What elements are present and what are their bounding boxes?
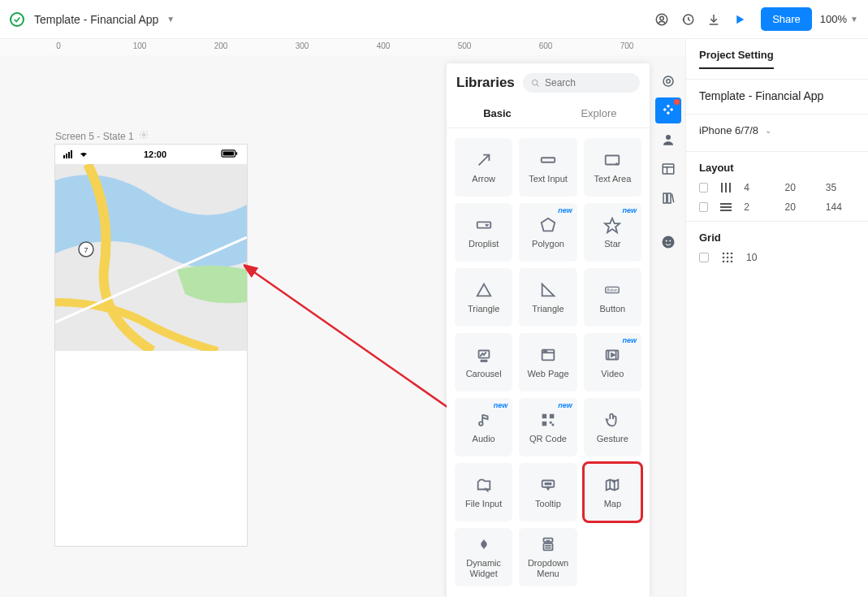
share-button[interactable]: Share <box>761 7 812 31</box>
library-item-label: Carousel <box>466 369 502 379</box>
library-item-droplist[interactable]: Droplist <box>455 203 512 262</box>
toolstrip <box>652 63 684 255</box>
tool-target-icon[interactable] <box>655 68 681 94</box>
library-item-label: Map <box>604 499 621 509</box>
horizontal-ruler: 0 100 200 300 400 500 600 700 <box>0 39 685 55</box>
library-item-label: Text Input <box>529 174 568 184</box>
ruler-tick: 100 <box>133 41 147 50</box>
svg-rect-40 <box>542 413 547 418</box>
tab-explore[interactable]: Explore <box>548 99 650 128</box>
checkbox[interactable] <box>699 183 708 193</box>
svg-marker-23 <box>477 283 490 296</box>
library-item-label: Dynamic Widget <box>455 558 512 578</box>
svg-line-17 <box>478 154 489 165</box>
screen-settings-gear-icon[interactable] <box>139 130 149 142</box>
account-icon[interactable] <box>650 12 673 27</box>
checkbox[interactable] <box>699 202 708 212</box>
layout-row-rows[interactable]: 2 20 144 <box>699 201 855 213</box>
phone-statusbar: 12:00 <box>55 145 247 164</box>
tool-books-icon[interactable] <box>655 185 681 211</box>
svg-point-48 <box>547 482 549 484</box>
library-item-label: File Input <box>465 499 502 509</box>
tool-person-icon[interactable] <box>655 127 681 153</box>
svg-marker-45 <box>486 489 487 491</box>
svg-text:7: 7 <box>84 246 88 254</box>
library-item-gesture[interactable]: Gesture <box>584 398 641 456</box>
document-title[interactable]: Template - Financial App <box>34 13 158 26</box>
svg-marker-22 <box>605 218 620 231</box>
phone-mockup[interactable]: 12:00 7 <box>55 145 247 546</box>
play-icon[interactable] <box>728 12 751 27</box>
libraries-grid: ArrowText InputText AreaDroplistPolygonn… <box>447 128 650 597</box>
library-item-file-input[interactable]: File Input <box>455 463 512 521</box>
library-item-web-page[interactable]: Web Page <box>519 333 577 392</box>
checkbox[interactable] <box>699 253 709 262</box>
document-title-dropdown-icon[interactable]: ▼ <box>166 15 175 24</box>
battery-icon <box>221 149 239 159</box>
svg-marker-38 <box>611 353 615 357</box>
download-icon[interactable] <box>702 12 725 27</box>
svg-rect-6 <box>68 152 70 158</box>
svg-rect-4 <box>63 155 65 158</box>
library-item-text-area[interactable]: Text Area <box>584 138 641 197</box>
library-item-qr-code[interactable]: QR Codenew <box>519 398 577 456</box>
svg-rect-44 <box>552 423 555 426</box>
library-item-label: Tooltip <box>535 499 561 509</box>
new-badge: new <box>558 401 572 409</box>
library-item-text-input[interactable]: Text Input <box>519 138 577 197</box>
layout-row-columns[interactable]: 4 20 35 <box>699 182 855 193</box>
svg-point-60 <box>666 135 671 140</box>
library-item-carousel[interactable]: Carousel <box>455 333 512 392</box>
tool-emoji-icon[interactable] <box>655 229 681 255</box>
library-item-video[interactable]: Videonew <box>584 333 641 392</box>
svg-marker-21 <box>542 218 555 231</box>
library-item-triangle[interactable]: Triangle <box>455 268 512 327</box>
svg-rect-5 <box>66 154 67 158</box>
svg-rect-65 <box>667 193 671 203</box>
libraries-title: Libraries <box>456 75 515 91</box>
svg-line-16 <box>537 84 539 86</box>
right-panel-tab[interactable]: Project Setting <box>699 49 774 69</box>
layout-value: 144 <box>826 201 855 213</box>
zoom-level[interactable]: 100% ▼ <box>820 13 858 25</box>
svg-rect-9 <box>223 152 234 156</box>
libraries-search-input[interactable] <box>545 77 632 89</box>
svg-point-79 <box>723 257 725 259</box>
svg-point-49 <box>550 482 551 484</box>
tool-layout-icon[interactable] <box>655 156 681 182</box>
svg-point-82 <box>723 261 725 263</box>
tool-components-icon[interactable] <box>655 97 681 123</box>
layout-value: 35 <box>826 182 855 193</box>
library-item-dropdown-menu[interactable]: Dropdown Menu <box>519 528 577 586</box>
library-item-map[interactable]: Map <box>584 463 641 521</box>
library-item-polygon[interactable]: Polygonnew <box>519 203 577 262</box>
grid-row[interactable]: 10 <box>699 252 855 263</box>
layout-value: 20 <box>785 201 814 213</box>
right-panel: Project Setting Template - Financial App… <box>685 39 868 597</box>
svg-point-39 <box>479 422 483 426</box>
library-item-label: Gesture <box>597 434 628 444</box>
device-name: iPhone 6/7/8 <box>699 124 758 136</box>
library-item-dynamic-widget[interactable]: Dynamic Widget <box>455 528 512 586</box>
library-item-triangle[interactable]: Triangle <box>519 268 577 327</box>
device-selector[interactable]: iPhone 6/7/8 ⌄ <box>699 124 855 136</box>
svg-marker-24 <box>542 283 555 296</box>
history-icon[interactable] <box>676 12 699 27</box>
svg-point-76 <box>723 253 725 255</box>
layout-value: 4 <box>744 182 773 193</box>
library-item-label: Audio <box>473 434 495 444</box>
grid-value: 10 <box>746 252 779 263</box>
map-preview[interactable]: 7 <box>55 164 247 351</box>
library-item-tooltip[interactable]: Tooltip <box>519 463 577 521</box>
tab-basic[interactable]: Basic <box>447 99 548 128</box>
libraries-search[interactable] <box>523 73 640 93</box>
library-item-star[interactable]: Starnew <box>584 203 641 262</box>
svg-point-78 <box>731 253 733 255</box>
library-item-button[interactable]: ButtonButton <box>584 268 641 327</box>
chevron-down-icon: ⌄ <box>765 126 771 135</box>
ruler-tick: 500 <box>458 41 472 50</box>
ruler-tick: 300 <box>296 41 309 50</box>
screen-label[interactable]: Screen 5 - State 1 <box>55 130 149 142</box>
library-item-audio[interactable]: Audionew <box>455 398 512 456</box>
library-item-arrow[interactable]: Arrow <box>455 138 512 197</box>
